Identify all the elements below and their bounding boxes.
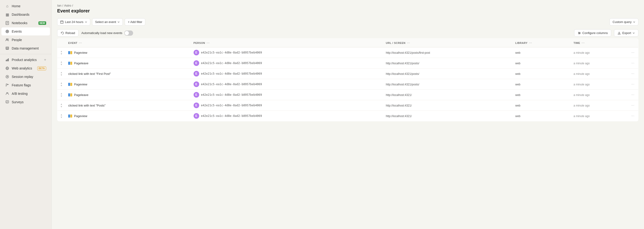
sidebar-label-session-replay: Session replay [12,75,33,79]
reload-button[interactable]: Reload [57,29,78,37]
header: Ian / Astro / Event explorer [52,0,644,17]
library-col-dots[interactable]: ··· [529,41,532,45]
expand-arrows[interactable]: ▲ ▼ [60,92,62,97]
library-col-header: LIBRARY ··· [512,39,571,47]
svg-rect-13 [8,58,9,61]
row-menu-button[interactable]: ··· [630,82,635,87]
expand-arrows[interactable]: ▲ ▼ [60,113,62,118]
row-menu-button[interactable]: ··· [630,113,635,118]
person-id[interactable]: e42e21c5-ea1c-4d8e-8ad2-b8957beb4069 [201,72,262,75]
time-cell: a minute ago [571,58,628,69]
row-menu-button[interactable]: ··· [630,61,635,66]
sidebar-item-data-management[interactable]: Data management [2,44,50,52]
event-flag-icon [68,93,72,96]
breadcrumb-ian[interactable]: Ian [57,4,62,7]
add-filter-button[interactable]: + Add filter [125,18,145,26]
time-filter-button[interactable]: Last 24 hours [57,18,90,26]
time-col-dots[interactable]: ··· [582,41,585,45]
person-cell: E e42e21c5-ea1c-4d8e-8ad2-b8957beb4069 [191,90,383,100]
table-row[interactable]: ▲ ▼ Pageview E e42e21c5-ea1c-4d8e-8ad2-b… [58,47,638,58]
time-value: a minute ago [574,93,590,97]
library-cell: web [512,111,571,121]
sidebar-label-ab-testing: A/B testing [12,92,28,96]
time-filter-label: Last 24 hours [65,20,84,24]
sidebar-item-ab-testing[interactable]: A/B testing [2,90,50,98]
sidebar-item-session-replay[interactable]: Session replay [2,73,50,81]
breadcrumb-astro[interactable]: Astro [64,4,71,7]
row-menu-button[interactable]: ··· [630,103,635,108]
url-value: http://localhost:4321/posts/first-post [386,51,430,55]
custom-query-button[interactable]: Custom query [610,18,638,26]
event-cell: Pageview [66,79,191,90]
sidebar-label-people: People [12,38,22,42]
event-name: clicked link with text "Posts" [68,104,106,107]
expand-arrows[interactable]: ▲ ▼ [60,82,62,87]
breadcrumb: Ian / Astro / [57,4,638,7]
person-avatar: E [194,71,199,77]
sidebar-item-web-analytics[interactable]: Web analytics BETA [2,64,50,72]
sidebar-item-people[interactable]: People [2,36,50,44]
product-analytics-add-icon[interactable]: + [44,58,46,62]
reload-label: Reload [66,31,75,35]
table-row[interactable]: ▲ ▼ Pageview E e42e21c5-ea1c-4d8e-8ad2-b… [58,79,638,90]
table-row[interactable]: ▲ ▼ Pageleave E e42e21c5-ea1c-4d8e-8ad2-… [58,58,638,69]
session-replay-icon [5,75,9,79]
sidebar-item-feature-flags[interactable]: Feature flags [2,81,50,89]
toolbar: Last 24 hours Select an event + Add filt… [52,17,644,28]
sidebar-item-surveys[interactable]: Surveys [2,98,50,106]
person-id[interactable]: e42e21c5-ea1c-4d8e-8ad2-b8957beb4069 [201,62,262,65]
event-col-header: EVENT ··· [66,39,191,47]
svg-point-5 [7,31,8,32]
events-icon [5,29,9,34]
expand-arrows[interactable]: ▲ ▼ [60,71,62,76]
sidebar-item-product-analytics[interactable]: Product analytics + [2,56,50,64]
export-button[interactable]: Export [614,29,638,37]
calendar-icon [60,21,64,24]
url-col-dots[interactable]: ··· [407,41,410,45]
product-analytics-icon [5,58,9,62]
person-id[interactable]: e42e21c5-ea1c-4d8e-8ad2-b8957beb4069 [201,104,262,107]
svg-rect-12 [7,59,8,61]
events-table: EVENT ··· PERSON ··· URL / SCREEN [57,39,638,121]
person-id[interactable]: e42e21c5-ea1c-4d8e-8ad2-b8957beb4069 [201,83,262,86]
expand-arrows[interactable]: ▲ ▼ [60,50,62,55]
row-menu-button[interactable]: ··· [630,71,635,76]
table-row[interactable]: ▲ ▼ Pageview E e42e21c5-ea1c-4d8e-8ad2-b… [58,111,638,121]
select-event-button[interactable]: Select an event [92,18,123,26]
row-menu-button[interactable]: ··· [630,92,635,97]
expand-cell: ▲ ▼ [58,100,66,111]
expand-arrows[interactable]: ▲ ▼ [60,103,62,108]
library-cell: web [512,100,571,111]
person-id[interactable]: e42e21c5-ea1c-4d8e-8ad2-b8957beb4069 [201,114,262,118]
library-value: web [515,72,520,76]
configure-columns-button[interactable]: Configure columns [574,29,611,37]
sidebar-label-dashboards: Dashboards [12,13,30,17]
event-col-dots[interactable]: ··· [79,41,82,45]
event-cell: clicked link with text "First Post" [66,69,191,79]
table-header-row: EVENT ··· PERSON ··· URL / SCREEN [58,39,638,47]
svg-rect-20 [6,101,9,103]
expand-cell: ▲ ▼ [58,69,66,79]
expand-cell: ▲ ▼ [58,47,66,58]
sidebar-item-home[interactable]: ⌂ Home [2,2,50,10]
custom-query-label: Custom query [612,20,632,24]
table-row[interactable]: ▲ ▼ Pageleave E e42e21c5-ea1c-4d8e-8ad2-… [58,90,638,100]
sidebar-item-events[interactable]: Events [2,28,50,36]
table-row[interactable]: ▲ ▼ clicked link with text "Posts" E e42… [58,100,638,111]
person-cell: E e42e21c5-ea1c-4d8e-8ad2-b8957beb4069 [191,100,383,111]
expand-arrows[interactable]: ▲ ▼ [60,61,62,66]
person-id[interactable]: e42e21c5-ea1c-4d8e-8ad2-b8957beb4069 [201,93,262,96]
event-name: Pageleave [74,93,88,97]
library-cell: web [512,47,571,58]
row-menu-button[interactable]: ··· [630,50,635,55]
custom-query-chevron-icon [633,21,635,23]
time-value: a minute ago [574,72,590,76]
auto-load-toggle[interactable] [124,31,133,36]
person-id[interactable]: e42e21c5-ea1c-4d8e-8ad2-b8957beb4069 [201,51,262,54]
person-cell: E e42e21c5-ea1c-4d8e-8ad2-b8957beb4069 [191,58,383,69]
table-row[interactable]: ▲ ▼ clicked link with text "First Post" … [58,69,638,79]
sidebar-item-notebooks[interactable]: Notebooks NEW [2,19,50,27]
time-cell: a minute ago [571,100,628,111]
sidebar-item-dashboards[interactable]: ▦ Dashboards [2,11,50,19]
person-col-dots[interactable]: ··· [206,41,210,45]
